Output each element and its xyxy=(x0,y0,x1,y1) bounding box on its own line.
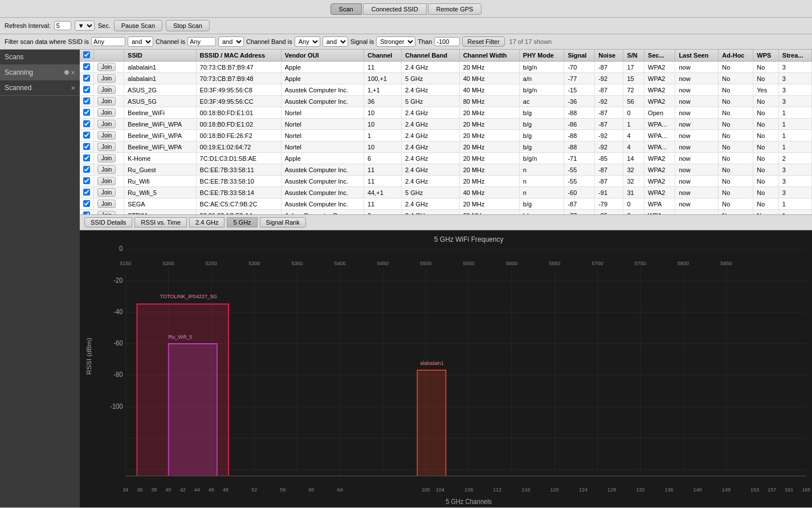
sidebar-item-scanned[interactable]: Scanned ✕ xyxy=(0,80,80,96)
join-button[interactable]: Join xyxy=(97,131,116,140)
row-checkbox[interactable] xyxy=(83,177,90,184)
than-value-input[interactable] xyxy=(434,37,460,46)
pause-scan-button[interactable]: Pause Scan xyxy=(114,20,162,31)
row-band: 5 GHz xyxy=(401,96,459,107)
refresh-unit-select[interactable]: ▼ xyxy=(75,21,95,31)
scanning-close-icon[interactable]: ✕ xyxy=(71,70,75,76)
svg-text:Ru_Wifi_5: Ru_Wifi_5 xyxy=(169,334,193,340)
col-phy: PHY Mode xyxy=(519,50,564,62)
reset-filter-button[interactable]: Reset Filter xyxy=(462,36,504,47)
row-ssid: Beeline_WiFi_WPA xyxy=(124,141,197,153)
row-checkbox[interactable] xyxy=(83,143,90,150)
signal-filter-select[interactable]: Stronger xyxy=(376,36,415,47)
row-checkbox[interactable] xyxy=(83,109,90,116)
tab-signal-rank[interactable]: Signal Rank xyxy=(260,217,306,227)
sidebar-item-scans[interactable]: Scans xyxy=(0,50,80,65)
row-noise: -92 xyxy=(595,73,623,84)
row-noise: -87 xyxy=(595,176,623,187)
svg-text:5400: 5400 xyxy=(334,259,346,266)
row-sn: 8 xyxy=(623,210,644,216)
join-button[interactable]: Join xyxy=(97,63,116,71)
join-button[interactable]: Join xyxy=(97,86,116,94)
table-row: Join SEGA BC:AE:C5:C7:9B:2C Asustek Comp… xyxy=(80,198,812,210)
action-bar: Refresh Interval: ▼ Sec. Pause Scan Stop… xyxy=(0,18,812,34)
row-checkbox[interactable] xyxy=(83,63,90,70)
row-channel: 6 xyxy=(364,210,402,216)
row-vendor: Asustek Computer Inc. xyxy=(281,176,364,187)
tab-2ghz[interactable]: 2.4 GHz xyxy=(189,217,225,227)
join-button[interactable]: Join xyxy=(97,165,116,174)
row-band: 2.4 GHz xyxy=(401,141,459,153)
tab-connected-ssid[interactable]: Connected SSID xyxy=(363,3,427,15)
svg-text:56: 56 xyxy=(280,486,285,493)
row-ssid: Beeline_WiFi xyxy=(124,107,197,119)
join-button[interactable]: Join xyxy=(97,188,116,197)
row-sn: 32 xyxy=(623,176,644,187)
tab-remote-gps[interactable]: Remote GPS xyxy=(428,3,482,15)
sidebar-item-scanning[interactable]: Scanning ✕ xyxy=(0,65,80,80)
row-checkbox[interactable] xyxy=(83,86,90,93)
join-button[interactable]: Join xyxy=(97,154,116,162)
row-sn: 14 xyxy=(623,153,644,164)
and1-select[interactable]: and xyxy=(128,36,153,47)
svg-text:100: 100 xyxy=(422,486,430,493)
svg-text:-60: -60 xyxy=(113,339,123,347)
row-checkbox[interactable] xyxy=(83,97,90,104)
row-checkbox[interactable] xyxy=(83,120,90,127)
stop-scan-button[interactable]: Stop Scan xyxy=(166,20,210,31)
join-button[interactable]: Join xyxy=(97,211,116,215)
row-checkbox[interactable] xyxy=(83,200,90,207)
row-checkbox[interactable] xyxy=(83,75,90,82)
sidebar-item-scans-label: Scans xyxy=(5,53,23,61)
row-adhoc: No xyxy=(719,62,753,73)
row-join-cell: Join xyxy=(94,141,124,153)
join-button[interactable]: Join xyxy=(97,74,116,83)
join-button[interactable]: Join xyxy=(97,200,116,208)
table-row: Join ASUS_5G E0:3F:49:95:56:CC Asustek C… xyxy=(80,96,812,107)
tab-5ghz[interactable]: 5 GHz xyxy=(227,217,257,227)
row-width: 20 MHz xyxy=(459,210,519,216)
svg-text:132: 132 xyxy=(636,486,644,493)
band-filter-select[interactable]: Any xyxy=(295,36,320,47)
channel-filter-input[interactable] xyxy=(187,37,216,46)
row-bssid: 00:18:B0:FD:E1:01 xyxy=(196,107,281,119)
join-button[interactable]: Join xyxy=(97,97,116,105)
row-sec: WPA2 xyxy=(644,84,675,96)
row-channel: 1 xyxy=(364,130,402,141)
chart-svg: 0 -20 -40 -60 -80 -100 RSSI (dBm) 5 GHz … xyxy=(80,230,812,507)
col-sn: S/N xyxy=(623,50,644,62)
ssid-filter-input[interactable] xyxy=(91,37,125,46)
join-button[interactable]: Join xyxy=(97,177,116,185)
row-checkbox[interactable] xyxy=(83,155,90,161)
shown-label: 17 of 17 shown xyxy=(509,38,552,45)
row-vendor: Nortel xyxy=(281,130,364,141)
svg-text:alabalain1: alabalain1 xyxy=(420,360,443,367)
refresh-interval-input[interactable] xyxy=(54,21,71,30)
table-row: Join Ru_Wifi BC:EE:7B:33:58:10 Asustek C… xyxy=(80,176,812,187)
row-checkbox[interactable] xyxy=(83,132,90,139)
svg-marker-80 xyxy=(417,370,446,476)
scanned-close-icon[interactable]: ✕ xyxy=(71,85,75,91)
svg-text:42: 42 xyxy=(180,486,186,493)
tab-scan[interactable]: Scan xyxy=(330,3,362,15)
join-button[interactable]: Join xyxy=(97,143,116,151)
row-join-cell: Join xyxy=(94,210,124,216)
select-all-checkbox[interactable] xyxy=(83,51,90,58)
row-checkbox-cell xyxy=(80,198,94,210)
than-label: Than xyxy=(418,38,432,45)
tab-ssid-details[interactable]: SSID Details xyxy=(84,217,132,227)
sec-label: Sec. xyxy=(98,22,111,29)
and2-select[interactable]: and xyxy=(218,36,244,47)
svg-text:157: 157 xyxy=(768,486,776,493)
and3-select[interactable]: and xyxy=(323,36,348,47)
join-button[interactable]: Join xyxy=(97,120,116,128)
row-checkbox[interactable] xyxy=(83,189,90,196)
row-channel: 11 xyxy=(364,198,402,210)
row-ssid: ASUS_2G xyxy=(124,84,197,96)
join-button[interactable]: Join xyxy=(97,108,116,117)
tab-rssi-time[interactable]: RSSI vs. Time xyxy=(134,217,187,227)
table-row: Join Beeline_WiFi 00:18:B0:FD:E1:01 Nort… xyxy=(80,107,812,119)
row-checkbox[interactable] xyxy=(83,166,90,173)
svg-text:5550: 5550 xyxy=(463,259,475,266)
row-vendor: Asustek Computer Inc. xyxy=(281,84,364,96)
